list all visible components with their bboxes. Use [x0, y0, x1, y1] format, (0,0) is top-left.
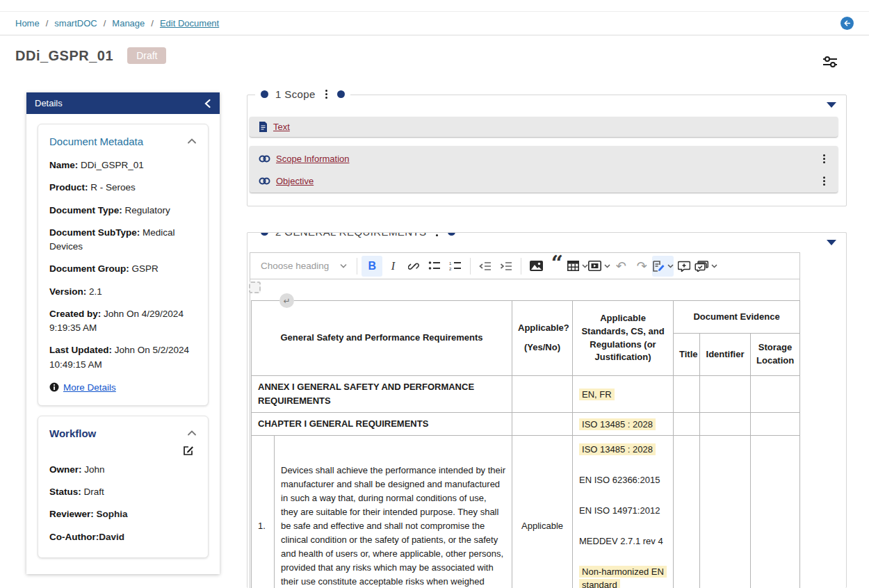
status-badge: Draft	[127, 47, 166, 64]
applicable-cell[interactable]	[512, 376, 573, 413]
standards-cell[interactable]: ISO 13485 : 2028	[573, 413, 674, 436]
evidence-title-cell[interactable]	[674, 436, 700, 588]
add-comment-button[interactable]	[674, 256, 695, 277]
section-general-legend: 2 GENERAL REQUIREMENTS	[255, 232, 461, 238]
collapse-caret-icon[interactable]	[827, 240, 836, 245]
breadcrumb: Home / smartDOC / Manage / Edit Document	[15, 18, 219, 28]
breadcrumb-edit-document[interactable]: Edit Document	[160, 18, 219, 28]
breadcrumb-separator: /	[46, 18, 49, 28]
applicable-cell[interactable]: Applicable	[512, 436, 573, 588]
insert-media-button[interactable]	[588, 256, 610, 277]
evidence-title-cell[interactable]	[674, 376, 700, 413]
row-menu-icon[interactable]	[820, 153, 828, 165]
workflow-status: Status: Draft	[49, 485, 197, 499]
requirement-cell[interactable]: ANNEX I GENERAL SAFETY AND PERFORMANCE R…	[252, 376, 512, 413]
editor-content[interactable]: ↵ General Safety and Performance Require…	[250, 279, 800, 588]
metadata-doc-type: Document Type: Regulatory	[49, 204, 197, 218]
scope-text-item[interactable]: Text	[250, 117, 838, 137]
insert-image-button[interactable]	[526, 256, 546, 277]
chevron-down-icon	[582, 264, 588, 268]
standards-cell[interactable]: EN, FR	[573, 376, 674, 413]
col-header-standards[interactable]: Applicable Standards, CS, and Regulation…	[573, 301, 674, 376]
table-widget-handle-icon[interactable]	[249, 281, 261, 293]
row-menu-icon[interactable]	[820, 175, 828, 187]
breadcrumb-manage[interactable]: Manage	[112, 18, 145, 28]
col-header-title[interactable]: Title	[674, 334, 700, 376]
scope-text-link[interactable]: Text	[273, 122, 290, 132]
outdent-button[interactable]	[475, 256, 496, 277]
top-strip	[0, 0, 869, 12]
arrow-left-icon	[843, 19, 852, 28]
chevron-up-icon[interactable]	[187, 138, 197, 144]
numbered-list-button[interactable]: 12	[445, 256, 466, 277]
col-header-identifier[interactable]: Identifier	[700, 334, 751, 376]
evidence-identifier-cell[interactable]	[700, 376, 751, 413]
evidence-identifier-cell[interactable]	[700, 413, 751, 436]
breadcrumb-home[interactable]: Home	[15, 18, 40, 28]
display-settings-button[interactable]	[822, 54, 838, 70]
workflow-card: Workflow Owner: John Status: Draft Revie…	[38, 416, 209, 558]
requirement-number-cell[interactable]: 1.	[252, 436, 275, 588]
toolbar-separator	[357, 258, 357, 275]
redo-icon: ↷	[637, 259, 647, 273]
breadcrumb-separator: /	[151, 18, 154, 28]
section-scope-menu-icon[interactable]	[323, 88, 330, 100]
breadcrumb-bar: Home / smartDOC / Manage / Edit Document	[0, 12, 869, 35]
objective-link[interactable]: Objective	[276, 176, 314, 186]
link-button[interactable]	[403, 256, 424, 277]
chevron-up-icon[interactable]	[187, 430, 197, 436]
section-general-requirements: 2 GENERAL REQUIREMENTS Choose heading B …	[247, 232, 847, 588]
indent-button[interactable]	[496, 256, 517, 277]
breadcrumb-smartdoc[interactable]: smartDOC	[54, 18, 97, 28]
edit-workflow-icon[interactable]	[183, 445, 194, 456]
chevron-down-icon	[340, 263, 347, 268]
back-button[interactable]	[840, 17, 854, 30]
evidence-storage-cell[interactable]	[751, 376, 800, 413]
details-sidebar-header[interactable]: Details	[26, 92, 220, 114]
bulleted-list-button[interactable]	[424, 256, 445, 277]
heading-dropdown[interactable]: Choose heading	[254, 261, 352, 271]
media-icon	[588, 261, 601, 271]
page-header: DDi_GSPR_01 Draft	[15, 47, 869, 64]
bold-button[interactable]: B	[362, 256, 382, 277]
section-scope-legend: 1 Scope	[255, 88, 350, 100]
requirement-cell[interactable]: CHAPTER I GENERAL REQUIREMENTS	[252, 413, 512, 436]
collapse-caret-icon[interactable]	[827, 102, 836, 108]
numbered-list-icon: 12	[449, 261, 462, 271]
comments-archive-button[interactable]	[695, 256, 717, 277]
document-text-icon	[259, 122, 268, 132]
scope-information-link[interactable]: Scope Information	[276, 154, 350, 164]
chevron-down-icon	[667, 264, 674, 268]
redo-button[interactable]: ↷	[631, 256, 652, 277]
scope-information-row[interactable]: Scope Information	[250, 147, 838, 170]
gspr-requirements-table: General Safety and Performance Requireme…	[251, 300, 800, 588]
col-header-storage[interactable]: Storage Location	[751, 334, 800, 376]
chevron-down-icon	[711, 264, 717, 268]
applicable-cell[interactable]	[512, 413, 573, 436]
blockquote-button[interactable]: “	[546, 256, 567, 277]
chevron-left-icon[interactable]	[204, 99, 211, 108]
requirement-cell[interactable]: Devices shall achieve the performance in…	[275, 436, 512, 588]
section-general-menu-icon[interactable]	[433, 232, 441, 238]
table-row: CHAPTER I GENERAL REQUIREMENTS ISO 13485…	[252, 413, 800, 436]
track-changes-button[interactable]	[652, 256, 674, 277]
more-details-link[interactable]: More Details	[63, 382, 116, 393]
scope-links-block: Scope Information Objective	[250, 146, 838, 193]
svg-text:2: 2	[449, 267, 452, 271]
insert-table-button[interactable]	[567, 256, 588, 277]
evidence-title-cell[interactable]	[674, 413, 700, 436]
insert-paragraph-button[interactable]: ↵	[279, 293, 294, 308]
standards-cell[interactable]: ISO 13485 : 2028 EN ISO 62366:2015 EN IS…	[573, 436, 674, 588]
col-header-applicable[interactable]: Applicable? (Yes/No)	[512, 301, 573, 376]
col-header-requirements[interactable]: General Safety and Performance Requireme…	[252, 301, 512, 376]
col-header-evidence[interactable]: Document Evidence	[674, 301, 800, 334]
evidence-identifier-cell[interactable]	[700, 436, 751, 588]
undo-button[interactable]: ↶	[610, 256, 631, 277]
track-changes-icon	[652, 261, 665, 272]
objective-row[interactable]: Objective	[250, 170, 838, 192]
italic-button[interactable]: I	[382, 256, 403, 277]
toolbar-separator	[470, 258, 471, 275]
document-metadata-card: Document Metadata Name: DDi_GSPR_01 Prod…	[38, 124, 209, 406]
evidence-storage-cell[interactable]	[751, 436, 800, 588]
evidence-storage-cell[interactable]	[751, 413, 800, 436]
